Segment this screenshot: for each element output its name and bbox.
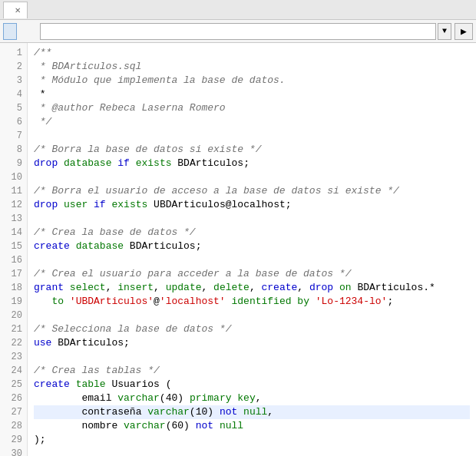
toolbar: ▼ ▶ bbox=[0, 20, 476, 43]
line-number: 29 bbox=[0, 433, 27, 447]
line-number: 18 bbox=[0, 281, 27, 295]
tab-close-icon[interactable]: ✕ bbox=[15, 6, 21, 15]
code-line: email varchar(40) primary key, bbox=[34, 392, 470, 405]
file-tab[interactable]: ✕ bbox=[3, 2, 28, 18]
code-line: ); bbox=[34, 433, 470, 447]
line-number: 19 bbox=[0, 295, 27, 309]
code-editor[interactable]: 1234567891011121314151617181920212223242… bbox=[0, 43, 476, 456]
line-number: 21 bbox=[0, 322, 27, 336]
code-line: /* Crea el usuario para acceder a la bas… bbox=[34, 267, 470, 281]
line-number: 6 bbox=[0, 115, 27, 129]
line-number: 14 bbox=[0, 226, 27, 240]
line-number: 26 bbox=[0, 392, 27, 405]
line-number: 24 bbox=[0, 364, 27, 378]
code-line: /* Selecciona la base de datos */ bbox=[34, 322, 470, 336]
code-line: grant select, insert, update, delete, cr… bbox=[34, 281, 470, 295]
line-number: 8 bbox=[0, 143, 27, 157]
line-number: 28 bbox=[0, 419, 27, 433]
connection-dropdown-icon[interactable]: ▼ bbox=[438, 23, 451, 40]
code-line: /* Borra el usuario de acceso a la base … bbox=[34, 184, 470, 198]
code-line: * @author Rebeca Laserna Romero bbox=[34, 101, 470, 115]
line-number: 15 bbox=[0, 240, 27, 253]
code-line bbox=[34, 212, 470, 226]
code-line: */ bbox=[34, 115, 470, 129]
code-line: * Módulo que implementa la base de datos… bbox=[34, 74, 470, 88]
run-icon: ▶ bbox=[461, 25, 467, 38]
code-line bbox=[34, 170, 470, 184]
source-button[interactable] bbox=[3, 23, 17, 40]
line-number: 3 bbox=[0, 74, 27, 88]
line-number: 9 bbox=[0, 157, 27, 170]
code-line bbox=[34, 447, 470, 456]
code-line: drop user if exists UBDArticulos@localho… bbox=[34, 198, 470, 212]
code-line bbox=[34, 253, 470, 267]
line-number: 4 bbox=[0, 88, 27, 101]
code-line: create database BDArticulos; bbox=[34, 240, 470, 253]
code-line: * bbox=[34, 88, 470, 101]
line-number: 1 bbox=[0, 46, 27, 60]
line-number: 11 bbox=[0, 184, 27, 198]
code-line: to 'UBDArticulos'@'localhost' identified… bbox=[34, 295, 470, 309]
line-number: 20 bbox=[0, 309, 27, 322]
code-line bbox=[34, 309, 470, 322]
code-content[interactable]: /** * BDArticulos.sql * Módulo que imple… bbox=[28, 43, 476, 456]
line-number: 22 bbox=[0, 336, 27, 350]
line-number: 30 bbox=[0, 447, 27, 456]
line-number: 13 bbox=[0, 212, 27, 226]
connection-input[interactable] bbox=[40, 23, 436, 40]
line-number: 10 bbox=[0, 170, 27, 184]
line-number: 2 bbox=[0, 60, 27, 74]
code-line: * BDArticulos.sql bbox=[34, 60, 470, 74]
line-number: 23 bbox=[0, 350, 27, 364]
code-line: create table Usuarios ( bbox=[34, 378, 470, 392]
code-line: /** bbox=[34, 46, 470, 60]
code-line: nombre varchar(60) not null bbox=[34, 419, 470, 433]
code-line: use BDArticulos; bbox=[34, 336, 470, 350]
code-line bbox=[34, 129, 470, 143]
line-numbers: 1234567891011121314151617181920212223242… bbox=[0, 43, 28, 456]
code-line: /* Borra la base de datos si existe */ bbox=[34, 143, 470, 157]
line-number: 17 bbox=[0, 267, 27, 281]
line-number: 16 bbox=[0, 253, 27, 267]
line-number: 27 bbox=[0, 405, 27, 419]
code-line: contraseña varchar(10) not null, bbox=[34, 405, 470, 419]
line-number: 12 bbox=[0, 198, 27, 212]
code-line: drop database if exists BDArticulos; bbox=[34, 157, 470, 170]
code-line: /* Crea las tablas */ bbox=[34, 364, 470, 378]
code-line: /* Crea la base de datos */ bbox=[34, 226, 470, 240]
run-button[interactable]: ▶ bbox=[455, 23, 473, 40]
line-number: 7 bbox=[0, 129, 27, 143]
line-number: 5 bbox=[0, 101, 27, 115]
line-number: 25 bbox=[0, 378, 27, 392]
history-button[interactable] bbox=[18, 23, 31, 40]
title-bar: ✕ bbox=[0, 0, 476, 20]
code-line bbox=[34, 350, 470, 364]
